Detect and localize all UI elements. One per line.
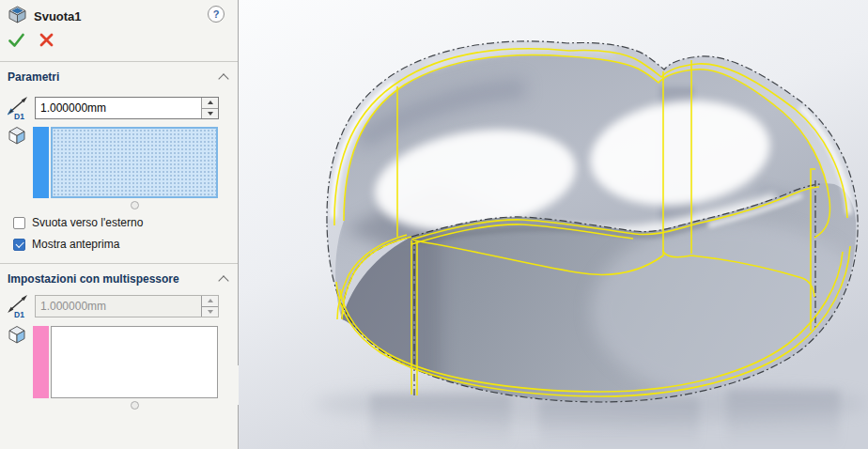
multithickness-color-bar <box>33 326 49 398</box>
d1-dimension-icon: D1 <box>6 95 30 124</box>
face-cube-icon <box>6 323 28 349</box>
face-cube-icon <box>6 124 28 150</box>
thickness-spinner <box>201 296 218 317</box>
shell-thickness-field <box>35 97 219 119</box>
svg-text:D1: D1 <box>14 112 24 120</box>
shell-thickness-input[interactable] <box>36 98 201 118</box>
confirm-buttons <box>8 33 54 50</box>
checkbox-label: Mostra anteprima <box>32 238 119 251</box>
collapse-section-button[interactable] <box>214 70 231 84</box>
checkbox-shell-outward[interactable]: Svuota verso l'esterno <box>13 215 143 230</box>
accept-button[interactable] <box>8 33 24 50</box>
cancel-button[interactable] <box>38 33 54 50</box>
listbox-resize-handle[interactable] <box>131 401 139 410</box>
multithickness-faces-listbox[interactable] <box>51 326 218 398</box>
panel-title: Svuota1 <box>34 9 82 23</box>
divider <box>0 263 238 264</box>
property-manager-panel: Svuota1 ? Parametri D1 <box>0 0 239 449</box>
listbox-resize-handle[interactable] <box>131 201 139 209</box>
red-x-icon <box>39 36 54 50</box>
thickness-spinner <box>201 98 218 118</box>
spin-down-button[interactable] <box>202 306 218 317</box>
section-header-parametri: Parametri <box>8 68 231 86</box>
divider <box>0 61 238 62</box>
checkbox-box[interactable] <box>13 239 25 251</box>
checkbox-label: Svuota verso l'esterno <box>32 216 143 229</box>
graphics-area[interactable] <box>239 0 868 449</box>
green-check-icon <box>8 37 24 51</box>
help-button[interactable]: ? <box>208 6 225 23</box>
multithickness-field <box>35 295 219 317</box>
section-header-multithickness: Impostazioni con multispessore <box>8 270 231 288</box>
spin-up-button[interactable] <box>202 296 218 306</box>
shell-feature-icon <box>8 5 27 28</box>
selection-color-bar <box>33 127 49 198</box>
multithickness-input[interactable] <box>36 296 201 317</box>
help-icon: ? <box>213 8 220 20</box>
collapse-section-button[interactable] <box>214 272 231 286</box>
section-title: Parametri <box>8 70 59 84</box>
chevron-up-icon <box>218 73 228 84</box>
section-title: Impostazioni con multispessore <box>8 272 179 286</box>
checkbox-show-preview[interactable]: Mostra anteprima <box>13 237 119 252</box>
d1-dimension-icon: D1 <box>6 293 30 322</box>
viewport-3d[interactable] <box>239 0 868 449</box>
spin-down-button[interactable] <box>202 108 218 119</box>
faces-to-remove-listbox[interactable] <box>51 127 218 198</box>
panel-header: Svuota1 <box>8 4 82 28</box>
spin-up-button[interactable] <box>202 98 218 108</box>
checkbox-box[interactable] <box>13 217 25 229</box>
chevron-up-icon <box>218 275 228 286</box>
svg-text:D1: D1 <box>14 310 24 318</box>
